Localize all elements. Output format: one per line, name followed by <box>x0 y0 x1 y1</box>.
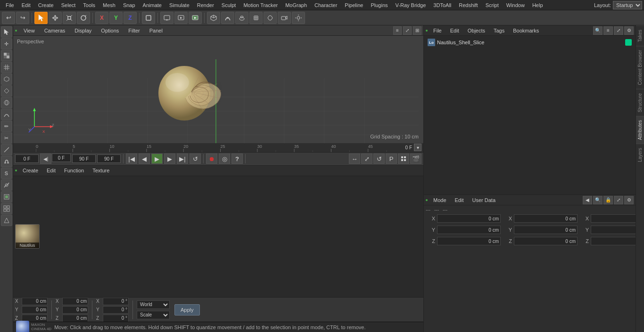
mat-create-btn[interactable]: Create <box>20 167 41 174</box>
am-settings-btn[interactable]: ⚙ <box>624 196 634 204</box>
menu-sculpt[interactable]: Sculpt <box>218 1 240 9</box>
auto-key-btn[interactable]: ◎ <box>219 154 230 164</box>
frame-back-btn[interactable]: ◀| <box>40 154 51 164</box>
menu-redshift[interactable]: Redshift <box>455 1 481 9</box>
sidebar-pen-btn[interactable]: ✏ <box>1 121 12 132</box>
scale-mode-dropdown[interactable]: Scale Size <box>137 311 170 319</box>
key-move-btn[interactable]: ↔ <box>349 154 360 164</box>
am-search-btn[interactable]: 🔍 <box>593 196 603 204</box>
viewport-filter-btn[interactable]: Filter <box>125 27 142 34</box>
pos-x-input[interactable] <box>437 214 501 223</box>
menu-pipeline[interactable]: Pipeline <box>341 1 367 9</box>
apply-button[interactable]: Apply <box>174 304 200 316</box>
current-frame-input[interactable] <box>52 154 71 162</box>
select-tool-button[interactable] <box>34 12 48 24</box>
generator-button[interactable] <box>249 12 263 24</box>
menu-animate[interactable]: Animate <box>139 1 165 9</box>
redo-button[interactable]: ↪ <box>16 12 29 24</box>
om-file-btn[interactable]: File <box>430 27 445 34</box>
om-search-btn[interactable]: 🔍 <box>593 26 603 35</box>
om-settings-btn[interactable]: ⚙ <box>624 26 634 35</box>
mat-texture-btn[interactable]: Texture <box>90 167 112 174</box>
max-frame-input[interactable] <box>97 154 121 163</box>
x-scale-input[interactable] <box>103 298 129 305</box>
sidebar-sculpt-btn[interactable] <box>1 179 12 191</box>
menu-3dtoall[interactable]: 3DToAll <box>429 1 455 9</box>
viewport-canvas[interactable]: Perspective Grid Spacing : 10 cm Y X Z <box>13 36 423 143</box>
rot-x-input[interactable] <box>514 214 578 223</box>
z-scale-input[interactable] <box>103 315 129 322</box>
menu-simulate[interactable]: Simulate <box>165 1 193 9</box>
om-tags-btn[interactable]: Tags <box>491 27 507 34</box>
menu-character[interactable]: Character <box>311 1 341 9</box>
rot-z-input[interactable] <box>514 237 578 245</box>
x-rot-input[interactable] <box>62 298 88 305</box>
mat-function-btn[interactable]: Function <box>61 167 87 174</box>
om-edit-btn[interactable]: Edit <box>447 27 462 34</box>
viewport-quad-btn[interactable]: ⊞ <box>413 26 421 35</box>
menu-help[interactable]: Help <box>528 1 547 9</box>
step-forward-btn[interactable]: ▶ <box>164 154 175 164</box>
x-axis-button[interactable]: X <box>95 12 108 24</box>
y-scale-input[interactable] <box>103 306 129 314</box>
z-rot-input[interactable] <box>62 315 88 322</box>
sidebar-line-btn[interactable] <box>1 144 12 155</box>
sidebar-move-btn[interactable]: ✛ <box>1 38 12 49</box>
menu-create[interactable]: Create <box>34 1 58 9</box>
menu-render[interactable]: Render <box>193 1 218 9</box>
nautilus-material-thumb[interactable]: Nautilus <box>15 224 40 249</box>
menu-snap[interactable]: Snap <box>119 1 139 9</box>
end-frame-input[interactable] <box>72 154 96 163</box>
frame-menu-btn[interactable]: ▾ <box>414 144 421 151</box>
undo-button[interactable]: ↩ <box>2 12 15 24</box>
sidebar-spline-edit-btn[interactable] <box>1 109 12 120</box>
x-pos-input[interactable] <box>22 298 48 305</box>
sidebar-paint-btn[interactable] <box>1 191 12 202</box>
scale-y-input[interactable] <box>591 226 636 234</box>
go-end-btn[interactable]: ▶| <box>177 154 188 164</box>
light-button[interactable] <box>292 12 305 24</box>
spline-button[interactable] <box>221 12 234 24</box>
tab-takes[interactable]: Takes <box>636 25 644 46</box>
sidebar-s-tool-btn[interactable]: S <box>1 168 12 179</box>
menu-window[interactable]: Window <box>503 1 528 9</box>
scale-tool-button[interactable] <box>63 12 76 24</box>
am-nav-prev-btn[interactable]: ◀ <box>583 196 592 204</box>
move-tool-button[interactable] <box>49 12 62 24</box>
sidebar-checkerboard-btn[interactable] <box>1 50 12 61</box>
sidebar-render-btn[interactable] <box>1 85 12 97</box>
menu-select[interactable]: Select <box>58 1 80 9</box>
z-axis-button[interactable]: Z <box>124 12 137 24</box>
y-axis-button[interactable]: Y <box>109 12 123 24</box>
sidebar-grid2-btn[interactable] <box>1 203 12 214</box>
object-mode-button[interactable] <box>142 12 155 24</box>
menu-vray[interactable]: V-Ray Bridge <box>392 1 430 9</box>
om-objects-btn[interactable]: Objects <box>465 27 488 34</box>
menu-edit[interactable]: Edit <box>18 1 34 9</box>
pos-z-input[interactable] <box>437 237 501 245</box>
am-edit-btn[interactable]: Edit <box>452 197 467 203</box>
viewport-maximize-btn[interactable]: ⤢ <box>403 26 412 35</box>
nautilus-object-item[interactable]: Lo Nautilus_Shell_Slice <box>426 38 634 47</box>
record-btn[interactable]: ⏺ <box>206 154 217 164</box>
render-button[interactable] <box>189 12 202 24</box>
viewport-cameras-btn[interactable]: Cameras <box>41 27 68 34</box>
tab-attributes[interactable]: Attributes <box>636 116 644 144</box>
sidebar-surface-btn[interactable] <box>1 97 12 108</box>
om-collapse-btn[interactable]: ⤢ <box>614 26 623 35</box>
pos-y-input[interactable] <box>437 226 501 234</box>
cube-button[interactable] <box>207 12 220 24</box>
viewport-menu-btn[interactable]: ≡ <box>393 26 402 35</box>
play-btn[interactable]: ▶ <box>151 154 163 164</box>
sidebar-select-btn[interactable] <box>1 26 12 38</box>
menu-mesh[interactable]: Mesh <box>99 1 119 9</box>
menu-script[interactable]: Script <box>482 1 503 9</box>
render-region-button[interactable] <box>160 12 173 24</box>
go-start-btn[interactable]: |◀ <box>126 154 137 164</box>
menu-tools[interactable]: Tools <box>79 1 99 9</box>
render-preview-button[interactable] <box>174 12 188 24</box>
y-rot-input[interactable] <box>62 306 88 314</box>
om-layers-btn[interactable]: ≡ <box>603 26 613 35</box>
help-btn[interactable]: ? <box>231 154 243 164</box>
deformer-button[interactable] <box>264 12 277 24</box>
